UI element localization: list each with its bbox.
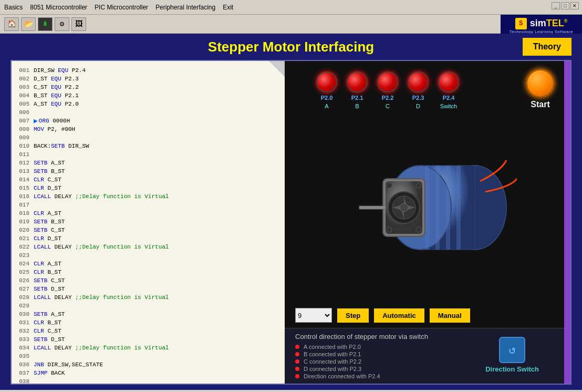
menu-exit[interactable]: Exit bbox=[223, 4, 233, 11]
start-button-area: Start bbox=[526, 69, 555, 109]
svg-point-15 bbox=[400, 203, 408, 212]
code-line: 014 CLR C_ST bbox=[12, 176, 285, 184]
code-line: 027 SETB D_ST bbox=[12, 285, 285, 293]
step-button[interactable]: Step bbox=[337, 308, 369, 323]
code-line: 032 CLR C_ST bbox=[12, 327, 285, 335]
code-line: 026 SETB C_ST bbox=[12, 276, 285, 285]
photo-icon[interactable]: 🖼 bbox=[71, 17, 86, 31]
menu-pic[interactable]: PIC Microcontroller bbox=[95, 4, 148, 11]
red-dot-icon bbox=[295, 359, 299, 364]
led-letter-label: C bbox=[386, 103, 390, 109]
svg-rect-16 bbox=[359, 206, 386, 209]
manual-button[interactable]: Manual bbox=[430, 308, 470, 323]
motor-area bbox=[285, 112, 570, 303]
code-line: 021 CLR D_ST bbox=[12, 234, 285, 243]
led-light[interactable] bbox=[316, 71, 337, 92]
svg-point-12 bbox=[416, 227, 421, 232]
red-dot-icon bbox=[295, 374, 299, 378]
led-light[interactable] bbox=[347, 71, 368, 92]
automatic-button[interactable]: Automatic bbox=[374, 308, 424, 323]
open-icon[interactable]: 📂 bbox=[21, 17, 36, 31]
code-line: 037 SJMP BACK bbox=[12, 369, 285, 377]
code-line: 001DIR_SW EQU P2.4 bbox=[12, 66, 285, 75]
info-item-text: D connected with P2.3 bbox=[304, 366, 361, 372]
code-line: 031 CLR B_ST bbox=[12, 318, 285, 327]
fold-corner bbox=[269, 61, 285, 77]
svg-rect-4 bbox=[435, 166, 440, 250]
menu-bar: Basics 8051 Microcontroller PIC Microcon… bbox=[0, 0, 582, 15]
step-select[interactable]: 9 1 2 4 8 bbox=[295, 308, 332, 323]
led-light[interactable] bbox=[438, 71, 459, 92]
led-pin-label: P2.0 bbox=[321, 95, 333, 101]
svg-rect-3 bbox=[425, 166, 429, 250]
svg-point-11 bbox=[387, 227, 392, 232]
led-pin-label: P2.1 bbox=[351, 95, 363, 101]
code-line: 020 SETB C_ST bbox=[12, 226, 285, 234]
code-panel: 001DIR_SW EQU P2.4002D_ST EQU P2.3003C_S… bbox=[12, 61, 285, 384]
minimize-button[interactable]: _ bbox=[552, 2, 560, 9]
code-line: 015 CLR D_ST bbox=[12, 184, 285, 192]
right-panel: P2.0AP2.1BP2.2CP2.3DP2.4Switch Start bbox=[285, 61, 570, 384]
svg-rect-6 bbox=[456, 166, 461, 250]
menu-app[interactable]: Basics bbox=[4, 4, 23, 11]
code-line: 023 bbox=[12, 251, 285, 260]
menu-peripheral[interactable]: Peripheral Interfacing bbox=[155, 4, 215, 11]
purple-bar bbox=[564, 61, 570, 384]
code-line: 009 bbox=[12, 133, 285, 142]
controls-area: 9 1 2 4 8 Step Automatic Manual bbox=[285, 303, 570, 328]
direction-switch-icon[interactable]: ↺ bbox=[499, 337, 525, 363]
code-line: 019 SETB B_ST bbox=[12, 218, 285, 226]
settings-icon[interactable]: ⚙ bbox=[55, 17, 69, 31]
code-line: 004B_ST EQU P2.1 bbox=[12, 91, 285, 100]
led-group: P2.3D bbox=[408, 71, 429, 109]
info-item: Direction connected with P2.4 bbox=[295, 373, 560, 379]
logo-icon: S bbox=[515, 18, 527, 29]
led-group: P2.1B bbox=[347, 71, 368, 109]
page-title: Stepper Motor Interfacing bbox=[208, 39, 374, 55]
code-line: 011 bbox=[12, 150, 285, 159]
direction-switch-area: ↺ Direction Switch bbox=[485, 337, 539, 373]
code-line: 007▶ ORG 0000H bbox=[12, 117, 285, 125]
code-line: 025 CLR B_ST bbox=[12, 268, 285, 276]
code-line: 034 LCALL DELAY ;;Delay function is Virt… bbox=[12, 344, 285, 352]
close-button[interactable]: ✕ bbox=[570, 2, 579, 9]
svg-point-9 bbox=[387, 183, 392, 188]
led-light[interactable] bbox=[408, 71, 429, 92]
info-item-text: B connected with P2.1 bbox=[304, 351, 361, 357]
code-line: 029 bbox=[12, 302, 285, 310]
code-line: 003C_ST EQU P2.2 bbox=[12, 83, 285, 91]
theory-button[interactable]: Theory bbox=[523, 38, 571, 56]
arrow-indicator: ▶ bbox=[34, 117, 38, 125]
code-line: 013 SETB B_ST bbox=[12, 167, 285, 176]
led-light[interactable] bbox=[377, 71, 398, 92]
start-button[interactable] bbox=[526, 69, 555, 98]
led-group: P2.0A bbox=[316, 71, 337, 109]
led-letter-label: D bbox=[416, 103, 420, 109]
code-line: 022 LCALL DELAY ;;Delay function is Virt… bbox=[12, 243, 285, 251]
title-bar: Stepper Motor Interfacing Theory bbox=[0, 34, 582, 60]
red-dot-icon bbox=[295, 352, 299, 356]
code-line: 005A_ST EQU P2.0 bbox=[12, 100, 285, 108]
led-letter-label: B bbox=[355, 103, 359, 109]
code-line: 018 CLR A_ST bbox=[12, 209, 285, 218]
menu-8051[interactable]: 8051 Microcontroller bbox=[30, 4, 87, 11]
code-line: 002D_ST EQU P2.3 bbox=[12, 75, 285, 83]
maximize-button[interactable]: □ bbox=[561, 2, 569, 9]
info-item-text: C connected with P2.2 bbox=[304, 358, 361, 365]
led-pin-label: P2.4 bbox=[443, 95, 455, 101]
main-content: Stepper Motor Interfacing Theory 001DIR_… bbox=[0, 34, 582, 390]
display-icon[interactable]: 8 bbox=[38, 17, 53, 31]
start-label: Start bbox=[531, 100, 549, 109]
code-line: 033 SETB D_ST bbox=[12, 335, 285, 344]
logo-brand: simTEL® bbox=[530, 18, 568, 29]
code-line: 038 bbox=[12, 377, 285, 384]
code-line: 006 bbox=[12, 108, 285, 117]
code-line: 028 LCALL DELAY ;;Delay function is Virt… bbox=[12, 293, 285, 302]
home-icon[interactable]: 🏠 bbox=[4, 17, 19, 31]
info-item-text: Direction connected with P2.4 bbox=[304, 373, 380, 379]
code-line: 024 CLR A_ST bbox=[12, 260, 285, 268]
red-dot-icon bbox=[295, 367, 299, 371]
direction-switch-label: Direction Switch bbox=[485, 365, 539, 373]
svg-point-10 bbox=[416, 183, 421, 188]
window-controls: _ □ ✕ bbox=[552, 2, 579, 9]
